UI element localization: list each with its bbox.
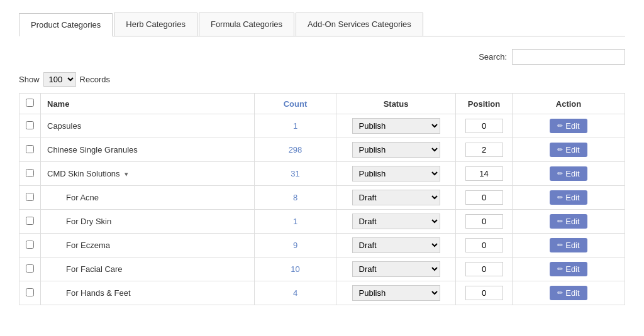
row-status: PublishDraft (336, 234, 456, 257)
row-count[interactable]: 31 (255, 162, 336, 186)
page-wrapper: Product Categories Herb Categories Formu… (0, 0, 644, 318)
search-label: Search: (479, 52, 507, 62)
row-name: For Hands & Feet (41, 281, 255, 305)
tab-formula-categories[interactable]: Formula Categories (199, 13, 294, 36)
edit-button[interactable]: ✏ Edit (550, 166, 587, 181)
row-checkbox[interactable] (26, 169, 34, 177)
position-input[interactable] (465, 166, 503, 181)
records-per-page-select[interactable]: 10 25 50 100 (43, 72, 76, 87)
table-row: For Hands & Feet4PublishDraft✏ Edit (19, 281, 625, 305)
position-input[interactable] (465, 143, 503, 157)
edit-button[interactable]: ✏ Edit (550, 119, 587, 133)
row-position (456, 234, 513, 257)
row-status: PublishDraft (336, 114, 456, 138)
status-select[interactable]: PublishDraft (352, 214, 440, 229)
row-checkbox[interactable] (26, 241, 34, 249)
position-input[interactable] (465, 119, 503, 133)
edit-button[interactable]: ✏ Edit (550, 190, 587, 205)
tab-addon-services-categories[interactable]: Add-On Services Categories (296, 13, 423, 36)
select-all-checkbox[interactable] (26, 99, 34, 107)
row-name: Chinese Single Granules (41, 138, 255, 162)
tabs-container: Product Categories Herb Categories Formu… (19, 13, 625, 36)
row-count[interactable]: 4 (255, 281, 336, 305)
position-input[interactable] (465, 262, 503, 276)
edit-button[interactable]: ✏ Edit (550, 262, 587, 276)
row-checkbox[interactable] (26, 264, 34, 273)
col-header-name: Name (41, 94, 255, 114)
position-input[interactable] (465, 214, 503, 229)
row-action: ✏ Edit (513, 138, 625, 162)
edit-button[interactable]: ✏ Edit (550, 214, 587, 229)
pencil-icon: ✏ (557, 146, 563, 154)
table-row: For Eczema9PublishDraft✏ Edit (19, 234, 625, 257)
status-select[interactable]: PublishDraft (352, 261, 440, 277)
row-status: PublishDraft (336, 281, 456, 305)
row-name: For Facial Care (41, 257, 255, 281)
row-checkbox-cell (19, 186, 41, 210)
row-count[interactable]: 8 (255, 186, 336, 210)
row-checkbox[interactable] (26, 217, 34, 225)
row-checkbox-cell (19, 281, 41, 305)
show-label: Show (19, 75, 40, 84)
row-action: ✏ Edit (513, 257, 625, 281)
tab-product-categories[interactable]: Product Categories (19, 13, 113, 36)
pencil-icon: ✏ (557, 241, 563, 249)
search-input[interactable] (512, 49, 625, 65)
table-row: For Dry Skin1PublishDraft✏ Edit (19, 210, 625, 234)
row-position (456, 281, 513, 305)
row-checkbox-cell (19, 257, 41, 281)
row-name: For Dry Skin (41, 210, 255, 234)
row-status: PublishDraft (336, 162, 456, 186)
col-header-position: Position (456, 94, 513, 114)
row-checkbox[interactable] (26, 193, 34, 201)
row-position (456, 138, 513, 162)
row-checkbox[interactable] (26, 288, 34, 296)
status-select[interactable]: PublishDraft (352, 190, 440, 205)
row-name: Capsules (41, 114, 255, 138)
position-input[interactable] (465, 286, 503, 300)
categories-table: Name Count Status Position Action Capsul… (19, 93, 625, 305)
row-position (456, 114, 513, 138)
row-checkbox-cell (19, 210, 41, 234)
row-checkbox-cell (19, 138, 41, 162)
row-count[interactable]: 1 (255, 114, 336, 138)
row-count[interactable]: 298 (255, 138, 336, 162)
col-header-action: Action (513, 94, 625, 114)
show-records-row: Show 10 25 50 100 Records (19, 72, 625, 87)
pencil-icon: ✏ (557, 122, 563, 130)
records-label: Records (80, 75, 110, 84)
pencil-icon: ✏ (557, 193, 563, 202)
row-checkbox[interactable] (26, 145, 34, 153)
status-select[interactable]: PublishDraft (352, 118, 440, 134)
table-row: For Acne8PublishDraft✏ Edit (19, 186, 625, 210)
row-action: ✏ Edit (513, 186, 625, 210)
row-action: ✏ Edit (513, 114, 625, 138)
pencil-icon: ✏ (557, 170, 563, 178)
row-action: ✏ Edit (513, 210, 625, 234)
row-count[interactable]: 1 (255, 210, 336, 234)
status-select[interactable]: PublishDraft (352, 237, 440, 253)
position-input[interactable] (465, 238, 503, 252)
edit-button[interactable]: ✏ Edit (550, 238, 587, 252)
row-status: PublishDraft (336, 186, 456, 210)
row-checkbox-cell (19, 114, 41, 138)
row-status: PublishDraft (336, 257, 456, 281)
table-row: For Facial Care10PublishDraft✏ Edit (19, 257, 625, 281)
row-name: CMD Skin Solutions ▾ (41, 162, 255, 186)
status-select[interactable]: PublishDraft (352, 166, 440, 182)
table-row: Chinese Single Granules298PublishDraft✏ … (19, 138, 625, 162)
tab-herb-categories[interactable]: Herb Categories (114, 13, 197, 36)
edit-button[interactable]: ✏ Edit (550, 143, 587, 157)
table-row: CMD Skin Solutions ▾31PublishDraft✏ Edit (19, 162, 625, 186)
expand-arrow-icon[interactable]: ▾ (123, 170, 128, 178)
row-name: For Acne (41, 186, 255, 210)
table-row: Capsules1PublishDraft✏ Edit (19, 114, 625, 138)
row-checkbox[interactable] (26, 121, 34, 129)
row-count[interactable]: 9 (255, 234, 336, 257)
position-input[interactable] (465, 190, 503, 205)
row-count[interactable]: 10 (255, 257, 336, 281)
status-select[interactable]: PublishDraft (352, 285, 440, 301)
edit-button[interactable]: ✏ Edit (550, 286, 587, 300)
status-select[interactable]: PublishDraft (352, 142, 440, 158)
row-checkbox-cell (19, 234, 41, 257)
